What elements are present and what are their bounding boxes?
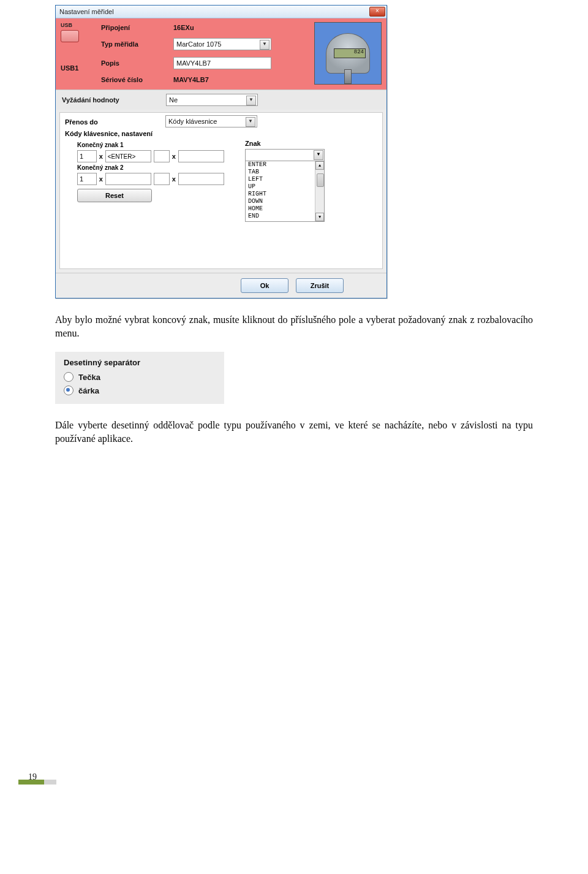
kz2-label: Konečný znak 2 <box>77 164 224 171</box>
x-label: x <box>99 153 103 160</box>
window-title: Nastavení měřidel <box>59 8 114 15</box>
gauge-image: 824 <box>314 22 382 85</box>
desc-input[interactable]: MAVY4LB7 <box>173 57 271 69</box>
gauge-reading: 824 <box>334 48 366 58</box>
scrollbar[interactable]: ▲ ▼ <box>315 161 324 221</box>
radio-icon[interactable] <box>64 372 74 382</box>
scroll-thumb[interactable] <box>317 173 324 187</box>
chevron-down-icon: ▼ <box>260 40 270 50</box>
kz1-count[interactable]: 1 <box>77 150 97 162</box>
type-label: Typ měřidla <box>101 40 162 48</box>
separator-title: Desetinný separátor <box>64 358 216 367</box>
arrow-down-icon[interactable]: ▼ <box>315 213 324 221</box>
znak-select[interactable]: ▼ <box>245 149 325 161</box>
cancel-button[interactable]: Zrušit <box>296 278 344 293</box>
separator-option-dot[interactable]: Tečka <box>64 372 216 382</box>
chevron-down-icon: ▼ <box>246 117 255 127</box>
settings-dialog: Nastavení měřidel × USB USB1 Připojení 1… <box>55 5 387 298</box>
titlebar[interactable]: Nastavení měřidel × <box>56 6 386 18</box>
usb-badge-icon: USB <box>61 22 96 42</box>
chevron-down-icon: ▼ <box>246 96 256 105</box>
kz2-count-b[interactable] <box>154 173 170 185</box>
kz1-token[interactable]: <ENTER> <box>105 150 151 162</box>
codes-settings-label: Kódy klávesnice, nastavení <box>65 130 377 137</box>
dialog-buttons: Ok Zrušit <box>56 273 386 298</box>
kz1-count-b[interactable] <box>154 150 170 162</box>
close-icon[interactable]: × <box>369 7 385 17</box>
serial-value: MAVY4LB7 <box>173 76 271 83</box>
kz1-token-b[interactable] <box>178 150 224 162</box>
connection-label: Připojení <box>101 24 162 31</box>
list-item[interactable]: LEFT <box>246 176 324 183</box>
list-item[interactable]: UP <box>246 183 324 191</box>
list-item[interactable]: HOME <box>246 205 324 213</box>
list-item[interactable]: TAB <box>246 169 324 176</box>
x-label: x <box>172 153 176 160</box>
radio-icon[interactable] <box>64 386 74 395</box>
transfer-panel: Přenos do Kódy klávesnice ▼ Kódy klávesn… <box>59 112 383 269</box>
kz2-count[interactable]: 1 <box>77 173 97 185</box>
list-item[interactable]: DOWN <box>246 198 324 205</box>
serial-label: Sériové číslo <box>101 76 162 83</box>
footer-accent-bar <box>18 780 44 785</box>
znak-label: Znak <box>245 140 325 147</box>
device-panel: USB USB1 Připojení 16EXu Typ měřidla Mar… <box>56 18 386 89</box>
znak-listbox[interactable]: ENTER TAB LEFT UP RIGHT DOWN HOME END ▲ … <box>245 161 325 222</box>
reset-button[interactable]: Reset <box>77 189 152 202</box>
request-label: Vyžádání hodnoty <box>62 96 154 104</box>
x-label: x <box>99 175 103 183</box>
chevron-down-icon: ▼ <box>314 150 323 160</box>
paragraph-2: Dále vyberte desetinný oddělovač podle t… <box>55 419 533 445</box>
list-item[interactable]: END <box>246 213 324 220</box>
arrow-up-icon[interactable]: ▲ <box>315 161 324 170</box>
ok-button[interactable]: Ok <box>241 278 288 293</box>
x-label: x <box>172 175 176 183</box>
kz1-label: Konečný znak 1 <box>77 142 224 148</box>
paragraph-1: Aby bylo možné vybrat koncový znak, musí… <box>55 313 533 340</box>
desc-label: Popis <box>101 59 162 67</box>
list-item[interactable]: ENTER <box>246 161 324 169</box>
footer-accent-bar <box>44 780 56 785</box>
kz2-token-b[interactable] <box>178 173 224 185</box>
list-item[interactable]: RIGHT <box>246 191 324 198</box>
transfer-select[interactable]: Kódy klávesnice ▼ <box>165 115 257 127</box>
separator-option-comma[interactable]: čárka <box>64 386 216 395</box>
connection-value: 16EXu <box>173 24 271 31</box>
type-select[interactable]: MarCator 1075 ▼ <box>173 38 271 50</box>
separator-panel: Desetinný separátor Tečka čárka <box>55 352 224 404</box>
kz2-token[interactable] <box>105 173 151 185</box>
transfer-label: Přenos do <box>65 118 157 126</box>
request-select[interactable]: Ne ▼ <box>166 94 258 106</box>
usb-port-label: USB1 <box>61 64 96 72</box>
